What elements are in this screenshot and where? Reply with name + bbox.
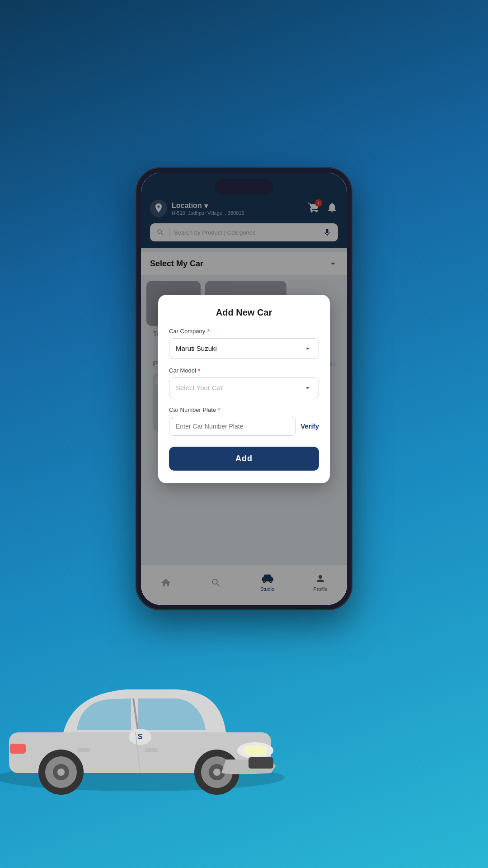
svg-rect-24 xyxy=(249,757,273,769)
phone-screen: Location ▾ H-510, Jodhpur Village, , 380… xyxy=(141,173,347,605)
svg-point-18 xyxy=(213,769,221,776)
svg-text:S: S xyxy=(138,733,143,741)
svg-point-9 xyxy=(243,745,268,756)
required-star-company: * xyxy=(207,328,209,335)
svg-rect-23 xyxy=(77,748,90,752)
car-model-dropdown[interactable]: Select Your Car xyxy=(169,377,319,398)
number-plate-row: Verify xyxy=(169,417,319,436)
svg-rect-22 xyxy=(145,748,158,752)
required-star-number: * xyxy=(218,406,220,414)
car-company-label: Car Company * xyxy=(169,328,319,335)
modal-title: Add New Car xyxy=(169,307,319,318)
car-number-label: Car Number Plate * xyxy=(169,406,319,414)
modal-overlay: Add New Car Car Company * Maruti Suzuki xyxy=(141,173,347,605)
add-car-button[interactable]: Add xyxy=(169,447,319,471)
verify-button[interactable]: Verify xyxy=(300,422,319,430)
car-model-label: Car Model * xyxy=(169,367,319,374)
car-svg: S xyxy=(0,642,298,800)
car-model-placeholder: Select Your Car xyxy=(176,384,223,392)
screen-content: Location ▾ H-510, Jodhpur Village, , 380… xyxy=(141,173,347,605)
car-model-chevron-icon xyxy=(303,383,312,392)
phone-frame: Location ▾ H-510, Jodhpur Village, , 380… xyxy=(136,167,352,610)
car-number-input[interactable] xyxy=(169,417,296,436)
dynamic-island xyxy=(215,179,273,194)
svg-point-14 xyxy=(57,769,65,776)
svg-rect-10 xyxy=(10,744,26,754)
car-company-chevron-icon xyxy=(303,344,312,353)
car-illustration: S xyxy=(0,642,298,832)
required-star-model: * xyxy=(198,367,200,374)
car-company-dropdown[interactable]: Maruti Suzuki xyxy=(169,338,319,359)
car-company-value: Maruti Suzuki xyxy=(176,344,217,352)
add-car-modal: Add New Car Car Company * Maruti Suzuki xyxy=(158,295,330,483)
